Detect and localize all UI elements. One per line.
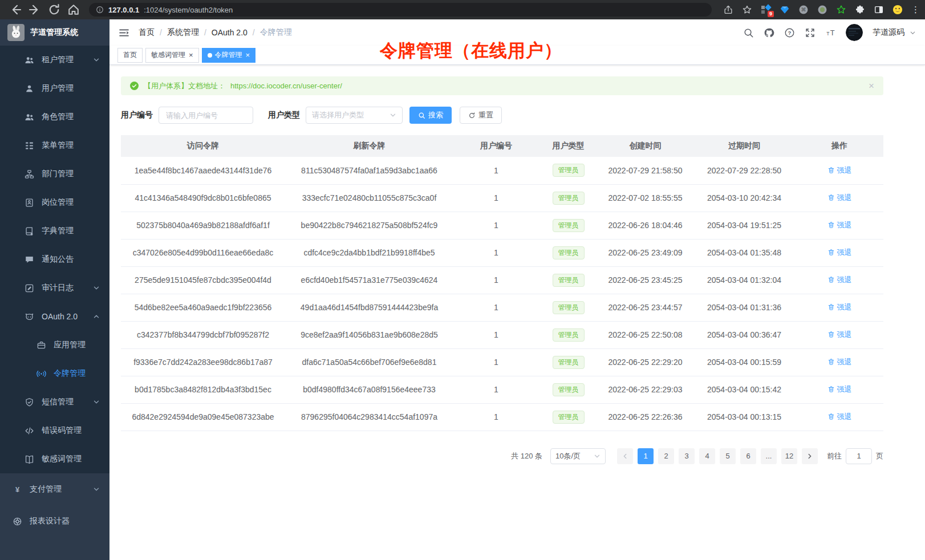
help-icon[interactable]: ? bbox=[784, 27, 795, 38]
pagination-page-button[interactable]: 3 bbox=[679, 448, 695, 464]
url-bar[interactable]: 127.0.0.1:1024/system/oauth2/token bbox=[89, 3, 712, 17]
tab-令牌管理[interactable]: 令牌管理× bbox=[202, 48, 256, 63]
force-logout-button[interactable]: 强退 bbox=[827, 357, 852, 367]
sidebar-item-sensitive-word[interactable]: 敏感词管理 bbox=[0, 445, 109, 473]
token-signal-icon bbox=[36, 369, 46, 379]
user-type-cell: 管理员 bbox=[539, 239, 598, 266]
split-view-icon[interactable] bbox=[874, 5, 884, 15]
user-type-select[interactable]: 请选择用户类型 bbox=[306, 107, 403, 124]
tab-close-icon[interactable]: × bbox=[246, 51, 250, 59]
action-cell: 强退 bbox=[796, 321, 883, 348]
created-time-cell: 2022-07-02 18:55:55 bbox=[598, 184, 693, 212]
sidebar-item-menu[interactable]: 菜单管理 bbox=[0, 131, 109, 160]
bookmark-star-icon[interactable] bbox=[742, 5, 752, 15]
search-button[interactable]: 搜索 bbox=[409, 107, 452, 124]
breadcrumb-item[interactable]: OAuth 2.0 bbox=[212, 28, 248, 37]
browser-home-icon[interactable] bbox=[67, 3, 80, 17]
user-type-badge: 管理员 bbox=[553, 219, 585, 232]
sidebar-item-pay[interactable]: ¥支付管理 bbox=[0, 473, 109, 505]
sidebar-item-dept[interactable]: 部门管理 bbox=[0, 160, 109, 188]
user-avatar[interactable] bbox=[846, 24, 863, 41]
sidebar-toggle-icon[interactable] bbox=[119, 27, 129, 38]
pagination-prev-button[interactable] bbox=[617, 448, 633, 464]
sidebar-item-post[interactable]: 岗位管理 bbox=[0, 188, 109, 217]
table-row: 41c41346a548490f9dc8b01c6bfe0865333ecfc7… bbox=[121, 184, 883, 212]
access-token-cell: c342377bf8b344799dcbf7bf095287f2 bbox=[121, 321, 285, 348]
browser-menu-icon[interactable]: ⋮ bbox=[911, 5, 917, 15]
share-icon[interactable] bbox=[723, 5, 733, 15]
force-logout-button[interactable]: 强退 bbox=[827, 247, 852, 258]
force-logout-label: 强退 bbox=[837, 247, 852, 258]
page-info-icon[interactable] bbox=[96, 6, 104, 14]
force-logout-button[interactable]: 强退 bbox=[827, 412, 852, 422]
browser-back-icon[interactable] bbox=[9, 3, 22, 17]
pagination-page-button[interactable]: 4 bbox=[699, 448, 715, 464]
pagination-page-button[interactable]: 6 bbox=[740, 448, 756, 464]
sidebar-item-label: 租户管理 bbox=[42, 55, 74, 65]
force-logout-button[interactable]: 强退 bbox=[827, 275, 852, 285]
table-row: f9336e7c7dd242a283ee98dc86b17a87dfa6c71a… bbox=[121, 348, 883, 376]
extension-star-icon[interactable] bbox=[836, 5, 846, 15]
caret-down-icon[interactable] bbox=[910, 30, 916, 36]
alert-close-icon[interactable]: × bbox=[869, 80, 874, 92]
action-cell: 强退 bbox=[796, 239, 883, 266]
chevron-down-icon bbox=[93, 399, 100, 405]
browser-forward-icon[interactable] bbox=[28, 3, 42, 17]
force-logout-button[interactable]: 强退 bbox=[827, 165, 852, 176]
sidebar-item-audit-log[interactable]: 审计日志 bbox=[0, 274, 109, 302]
breadcrumb: 首页/系统管理/OAuth 2.0/令牌管理 bbox=[139, 27, 292, 38]
trash-icon bbox=[827, 249, 835, 256]
extension-record-icon[interactable] bbox=[817, 5, 827, 15]
reset-button[interactable]: 重置 bbox=[460, 107, 502, 124]
sidebar-item-oauth2-app[interactable]: 应用管理 bbox=[0, 331, 109, 359]
sidebar-item-role[interactable]: 角色管理 bbox=[0, 103, 109, 131]
sidebar-item-user[interactable]: 用户管理 bbox=[0, 74, 109, 103]
extension-gem-icon[interactable] bbox=[780, 5, 790, 15]
extension-monosnap-icon[interactable]: 9 bbox=[761, 5, 771, 15]
force-logout-button[interactable]: 强退 bbox=[827, 330, 852, 340]
page-size-select[interactable]: 10条/页 bbox=[550, 448, 606, 464]
app-logo-band[interactable]: 芋道管理系统 bbox=[0, 19, 109, 46]
sidebar-item-notice[interactable]: 通知公告 bbox=[0, 245, 109, 274]
force-logout-button[interactable]: 强退 bbox=[827, 220, 852, 230]
sidebar-item-oauth2-token[interactable]: 令牌管理 bbox=[0, 359, 109, 388]
users-icon bbox=[25, 55, 34, 65]
column-header: 用户编号 bbox=[453, 135, 539, 157]
search-icon[interactable] bbox=[743, 27, 754, 38]
tab-敏感词管理[interactable]: 敏感词管理× bbox=[145, 48, 199, 63]
github-icon[interactable] bbox=[764, 27, 774, 38]
pagination-page-button[interactable]: 5 bbox=[720, 448, 736, 464]
font-size-icon[interactable]: TT bbox=[825, 27, 836, 38]
extensions-puzzle-icon[interactable] bbox=[855, 5, 865, 15]
pagination-ellipsis[interactable]: ... bbox=[761, 448, 777, 464]
user-id-input[interactable] bbox=[159, 107, 253, 124]
sidebar-item-sms[interactable]: 短信管理 bbox=[0, 388, 109, 416]
breadcrumb-item[interactable]: 系统管理 bbox=[167, 27, 199, 38]
sidebar-item-error-code[interactable]: 错误码管理 bbox=[0, 416, 109, 445]
profile-emoji-icon[interactable] bbox=[892, 5, 903, 15]
active-tab-dot bbox=[208, 53, 212, 58]
sidebar-item-tenant[interactable]: 租户管理 bbox=[0, 46, 109, 74]
table-row: 54d6be82ee5a460a9aedc1f9bf22365649d1aa46… bbox=[121, 294, 883, 321]
tab-close-icon[interactable]: × bbox=[189, 51, 193, 59]
sidebar-item-report-designer[interactable]: 报表设计器 bbox=[0, 505, 109, 537]
sidebar-item-oauth2[interactable]: OAuth 2.0 bbox=[0, 302, 109, 331]
goto-suffix: 页 bbox=[876, 451, 883, 461]
goto-page-input[interactable] bbox=[846, 448, 872, 464]
fullscreen-icon[interactable] bbox=[805, 27, 816, 38]
pagination-page-button[interactable]: 2 bbox=[658, 448, 674, 464]
pagination-page-button[interactable]: 1 bbox=[638, 448, 654, 464]
pagination-page-button[interactable]: 12 bbox=[781, 448, 797, 464]
alert-doc-link[interactable]: https://doc.iocoder.cn/user-center/ bbox=[230, 82, 342, 90]
browser-reload-icon[interactable] bbox=[47, 3, 61, 17]
username[interactable]: 芋道源码 bbox=[873, 27, 904, 38]
sidebar-item-dict[interactable]: 字典管理 bbox=[0, 217, 109, 245]
force-logout-button[interactable]: 强退 bbox=[827, 302, 852, 313]
force-logout-button[interactable]: 强退 bbox=[827, 384, 852, 395]
extension-command-icon[interactable]: ⌘ bbox=[798, 5, 809, 15]
tab-首页[interactable]: 首页 bbox=[117, 48, 143, 63]
force-logout-button[interactable]: 强退 bbox=[827, 193, 852, 203]
pagination-next-button[interactable] bbox=[802, 448, 818, 464]
breadcrumb-item[interactable]: 首页 bbox=[139, 27, 155, 38]
column-header: 刷新令牌 bbox=[285, 135, 453, 157]
